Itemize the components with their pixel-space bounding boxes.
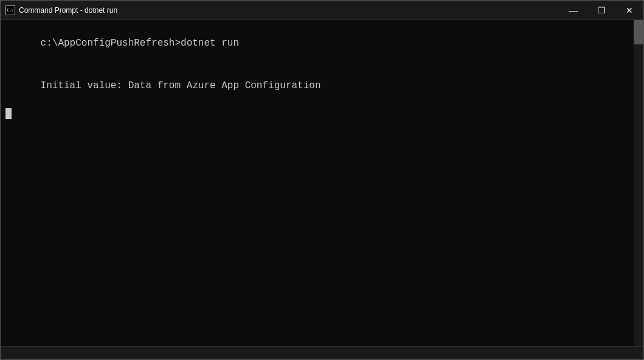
status-bar <box>1 346 643 359</box>
window-title: Command Prompt - dotnet run <box>19 6 117 15</box>
scrollbar-thumb[interactable] <box>634 20 643 44</box>
output-text: Initial value: Data from Azure App Confi… <box>41 80 321 91</box>
window: Command Prompt - dotnet run — ❐ ✕ c:\App… <box>0 0 644 360</box>
command-text: dotnet run <box>181 38 239 49</box>
title-bar: Command Prompt - dotnet run — ❐ ✕ <box>1 1 643 20</box>
cmd-icon <box>5 5 15 15</box>
cursor-line <box>5 108 639 119</box>
scrollbar-track[interactable] <box>634 20 643 346</box>
minimize-button[interactable]: — <box>559 1 587 20</box>
output-line: Initial value: Data from Azure App Confi… <box>5 65 639 108</box>
command-line: c:\AppConfigPushRefresh>dotnet run <box>5 22 639 65</box>
title-bar-left: Command Prompt - dotnet run <box>5 5 117 15</box>
maximize-button[interactable]: ❐ <box>587 1 615 20</box>
command-prompt: c:\AppConfigPushRefresh> <box>41 38 181 49</box>
terminal-cursor <box>5 108 12 119</box>
title-bar-controls: — ❐ ✕ <box>559 1 643 19</box>
close-button[interactable]: ✕ <box>615 1 643 20</box>
terminal-body[interactable]: c:\AppConfigPushRefresh>dotnet run Initi… <box>1 20 643 346</box>
